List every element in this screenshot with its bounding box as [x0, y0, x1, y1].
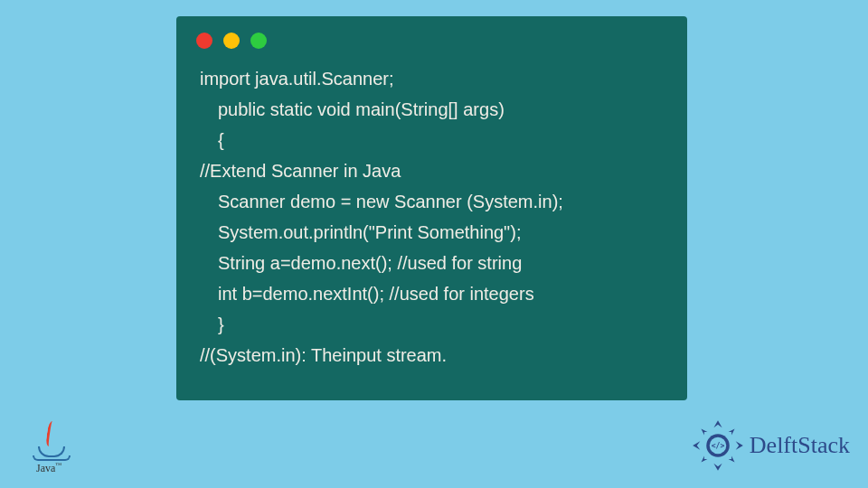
svg-marker-7	[728, 456, 734, 463]
code-line: System.out.println("Print Something");	[200, 217, 664, 248]
svg-marker-3	[736, 441, 743, 449]
java-label-text: Java	[36, 462, 55, 474]
delftstack-emblem-icon: </>	[692, 419, 744, 472]
java-tm: ™	[55, 462, 61, 469]
code-line: //(System.in): Theinput stream.	[200, 340, 664, 371]
close-dot-icon	[196, 33, 212, 49]
code-line: //Extend Scanner in Java	[200, 155, 664, 186]
svg-marker-4	[701, 428, 707, 435]
maximize-dot-icon	[250, 33, 267, 49]
svg-marker-0	[713, 420, 722, 427]
svg-marker-1	[713, 464, 722, 471]
java-steam-icon	[45, 421, 58, 446]
window-titlebar	[176, 16, 687, 54]
code-line: import java.util.Scanner;	[200, 63, 664, 94]
code-line: public static void main(String[] args)	[200, 94, 664, 125]
minimize-dot-icon	[223, 33, 240, 49]
delftstack-label: DelftStack	[750, 432, 850, 459]
svg-marker-6	[701, 456, 707, 463]
svg-marker-2	[693, 441, 700, 449]
code-window: import java.util.Scanner; public static …	[176, 16, 687, 400]
code-line: {	[200, 125, 664, 155]
code-line: }	[200, 309, 664, 340]
svg-marker-5	[728, 428, 734, 435]
java-label: Java™	[36, 462, 61, 475]
delftstack-logo: </> DelftStack	[692, 419, 850, 472]
code-line: Scanner demo = new Scanner (System.in);	[200, 186, 664, 217]
code-line: String a=demo.next(); //used for string	[200, 248, 664, 278]
code-line: int b=demo.nextInt(); //used for integer…	[200, 278, 664, 309]
java-logo-icon: Java™	[31, 412, 76, 475]
svg-text:</>: </>	[711, 441, 724, 450]
code-block: import java.util.Scanner; public static …	[176, 54, 687, 378]
java-saucer-icon	[33, 455, 71, 461]
